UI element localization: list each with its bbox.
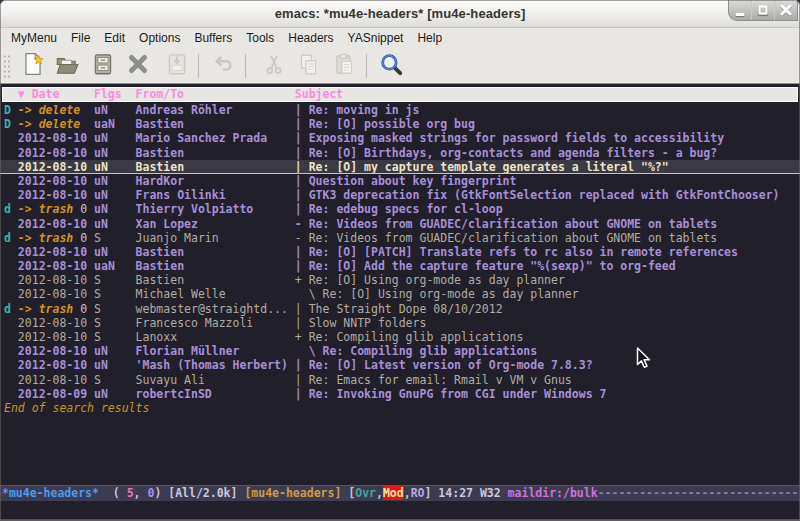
flags-cell: uN <box>94 387 136 401</box>
message-row[interactable]: 2012-08-10 uaN Bastien | Re: [O] Add the… <box>0 259 800 273</box>
message-row[interactable]: 2012-08-10 S Bastien + Re: [O] Using org… <box>0 273 800 287</box>
minimize-icon <box>736 13 745 16</box>
from-cell: Bastien <box>136 273 295 287</box>
menu-mymenu[interactable]: MyMenu <box>4 28 64 48</box>
flags-cell: uN <box>94 146 136 160</box>
date-cell: 2012-08-10 <box>18 188 87 202</box>
message-row[interactable]: D -> delete uaN Bastien | Re: [O] possib… <box>0 117 800 131</box>
flags-cell: S <box>94 273 136 287</box>
menu-buffers[interactable]: Buffers <box>187 28 239 48</box>
message-row[interactable]: 2012-08-10 uN Bastien | Re: [O] my captu… <box>0 160 800 174</box>
copy-icon <box>295 51 321 81</box>
message-row[interactable]: D -> delete uN Andreas Röhler | Re: movi… <box>0 103 800 117</box>
subject-cell: + Re: Compiling glib applications <box>295 330 523 344</box>
menu-file[interactable]: File <box>64 28 97 48</box>
message-row[interactable]: d -> trash 0 S webmaster@straightd... | … <box>0 302 800 316</box>
toolbar-separator <box>245 54 246 78</box>
from-cell: Bastien <box>136 117 295 131</box>
new-file-icon <box>20 51 46 81</box>
menu-tools[interactable]: Tools <box>239 28 281 48</box>
message-row[interactable]: 2012-08-10 S Lanoxx + Re: Compiling glib… <box>0 330 800 344</box>
from-cell: Frans Oilinki <box>136 188 295 202</box>
open-file-button[interactable] <box>50 50 84 82</box>
close-button[interactable] <box>774 0 797 20</box>
flags-cell: uaN <box>94 117 136 131</box>
copy-button[interactable] <box>291 50 325 82</box>
end-of-search-results: End of search results <box>0 401 800 415</box>
modeline-buffer-size: [All/2.0k] <box>168 486 244 500</box>
gap <box>87 387 94 401</box>
from-cell: webmaster@straightd... <box>136 302 295 316</box>
mark-cell <box>4 245 18 259</box>
message-row[interactable]: 2012-08-10 S Francesco Mazzoli | Slow NN… <box>0 316 800 330</box>
maximize-icon <box>759 6 768 15</box>
gap <box>87 202 94 216</box>
message-row[interactable]: 2012-08-10 uN 'Mash (Thomas Herbert) | R… <box>0 358 800 372</box>
titlebar[interactable]: emacs: *mu4e-headers* [mu4e-headers] <box>0 0 800 28</box>
flags-cell: S <box>94 302 136 316</box>
from-cell: Michael Welle <box>136 287 295 301</box>
from-cell: Xan Lopez <box>136 217 295 231</box>
menu-headers[interactable]: Headers <box>281 28 340 48</box>
menu-edit[interactable]: Edit <box>97 28 132 48</box>
gap <box>87 245 94 259</box>
message-row[interactable]: 2012-08-10 uN Florian Müllner \ Re: Comp… <box>0 344 800 358</box>
message-row[interactable]: 2012-08-10 uN Bastien | Re: [O] Birthday… <box>0 146 800 160</box>
flags-cell: uN <box>94 358 136 372</box>
maximize-button[interactable] <box>751 0 774 20</box>
save-as-icon <box>164 51 190 81</box>
new-file-button[interactable] <box>16 50 50 82</box>
mode-line[interactable]: *mu4e-headers* ( 5, 0) [All/2.0k] [mu4e-… <box>0 485 800 501</box>
subject-cell: \ Re: [O] Using org-mode as day planner <box>295 287 579 301</box>
modeline-buffer-name: *mu4e-headers* <box>2 486 99 500</box>
gap <box>87 188 94 202</box>
subject-cell: | Re: [O] possible org bug <box>295 117 475 131</box>
gap <box>87 287 94 301</box>
date-cell: 2012-08-10 <box>18 160 87 174</box>
from-cell: Lanoxx <box>136 330 295 344</box>
from-cell: Bastien <box>136 259 295 273</box>
menu-options[interactable]: Options <box>132 28 187 48</box>
message-row[interactable]: d -> trash 0 S Juanjo Marin - Re: Videos… <box>0 231 800 245</box>
mark-cell <box>4 259 18 273</box>
undo-button[interactable] <box>206 50 240 82</box>
date-cell: -> trash <box>18 302 73 316</box>
close-button[interactable] <box>121 50 155 82</box>
search-button[interactable] <box>374 50 408 82</box>
mark-cell <box>4 131 18 145</box>
message-row[interactable]: d -> trash 0 uN Thierry Volpiatto | Re: … <box>0 202 800 216</box>
save-as-button[interactable] <box>160 50 194 82</box>
message-row[interactable]: 2012-08-10 uN Xan Lopez - Re: Videos fro… <box>0 217 800 231</box>
flags-cell: uN <box>94 160 136 174</box>
headers-column-header[interactable]: ▼ Date Flgs From/To Subject <box>2 87 798 102</box>
modeline-readonly-indicator: RO <box>411 486 425 500</box>
message-row[interactable]: 2012-08-10 uN HardKor | Question about k… <box>0 174 800 188</box>
save-button[interactable] <box>86 50 120 82</box>
cut-button[interactable] <box>257 50 291 82</box>
from-cell: Bastien <box>136 146 295 160</box>
message-row[interactable]: 2012-08-10 uN Mario Sanchez Prada | Expo… <box>0 131 800 145</box>
message-row[interactable]: 2012-08-09 uN robertcInSD | Re: Invoking… <box>0 387 800 401</box>
gap <box>87 316 94 330</box>
modeline-maildir: maildir:/bulk <box>508 486 598 500</box>
message-row[interactable]: 2012-08-10 uN Frans Oilinki | GTK3 depre… <box>0 188 800 202</box>
flags-cell: uN <box>94 217 136 231</box>
minimize-button[interactable] <box>729 0 751 20</box>
from-cell: Suvayu Ali <box>136 373 295 387</box>
menu-yasnippet[interactable]: YASnippet <box>341 28 411 48</box>
subject-cell: | Re: [O] Add the capture feature "%(sex… <box>295 259 676 273</box>
menu-help[interactable]: Help <box>410 28 449 48</box>
subject-cell: \ Re: Compiling glib applications <box>295 344 537 358</box>
message-row[interactable]: 2012-08-10 uN Bastien | Re: [O] [PATCH] … <box>0 245 800 259</box>
paste-button[interactable] <box>327 50 361 82</box>
mark-cell: d <box>4 231 18 245</box>
modeline-dashes: ------------------------------ <box>598 486 800 500</box>
message-row[interactable]: 2012-08-10 S Suvayu Ali | Re: Emacs for … <box>0 373 800 387</box>
from-cell: robertcInSD <box>136 387 295 401</box>
message-row[interactable]: 2012-08-10 S Michael Welle \ Re: [O] Usi… <box>0 287 800 301</box>
toolbar-separator <box>366 54 367 78</box>
date-cell: -> delete <box>18 103 80 117</box>
flags-cell: S <box>94 231 136 245</box>
toolbar-drag-handle[interactable] <box>3 53 11 79</box>
emacs-window: emacs: *mu4e-headers* [mu4e-headers] MyM… <box>0 0 800 521</box>
